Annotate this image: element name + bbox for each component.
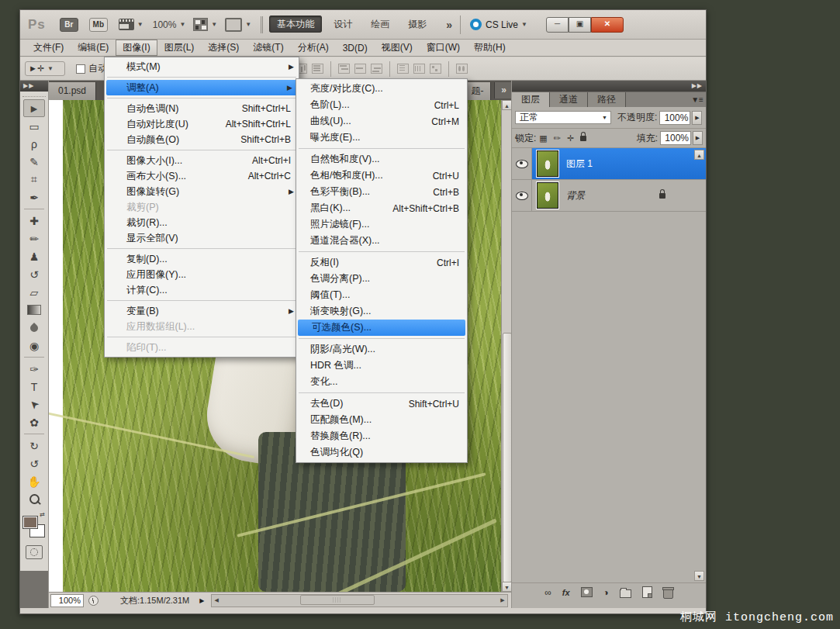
menu-item[interactable]: 色相/饱和度(H)...Ctrl+U [296,168,467,184]
layer-main[interactable]: 背景 [532,180,706,211]
panel-menu-icon[interactable]: ▼≡ [689,92,706,107]
history-brush-tool[interactable]: ↺ [23,265,45,283]
zoom-tool[interactable] [23,490,45,508]
switch-colors-icon[interactable]: ⇄ [40,511,45,518]
menu-item[interactable]: 色彩平衡(B)...Ctrl+B [296,184,467,200]
collapse-tools-dock-button[interactable]: ▶▶ [20,81,48,92]
menu-item[interactable]: HDR 色调... [296,358,467,374]
layer-main[interactable]: 图层 1 [532,148,706,179]
chevron-down-icon[interactable]: ▼ [245,21,251,28]
launch-mini-bridge-button[interactable]: Mb [89,18,108,32]
menu-item[interactable]: 通道混合器(X)... [296,233,467,249]
layer-visibility-toggle[interactable] [512,148,532,179]
menubar-item[interactable]: 视图(V) [375,40,420,56]
opacity-slider-button[interactable]: ▶ [692,111,702,125]
lock-transparency-icon[interactable]: ▦ [539,133,547,143]
dodge-tool[interactable]: ◉ [23,337,45,354]
menubar-item[interactable]: 分析(A) [291,40,336,56]
menubar-item[interactable]: 选择(S) [201,40,246,56]
panel-grip[interactable] [22,92,46,97]
auto-select-checkbox[interactable] [76,64,85,74]
zoom-level-control[interactable]: 100% [153,19,177,30]
minimize-button[interactable]: ─ [546,17,569,33]
hand-tool[interactable]: ✋ [23,472,45,490]
quick-mask-button[interactable] [26,545,43,559]
layer-visibility-toggle[interactable] [512,180,532,211]
menu-item[interactable]: 图像旋转(G)▶ [105,184,299,199]
align-top-edges-icon[interactable] [338,64,350,74]
move-tool[interactable]: ► [23,99,45,117]
scroll-right-icon[interactable]: ▶ [498,595,507,605]
menu-item[interactable]: 阴影/高光(W)... [296,341,467,358]
menu-item[interactable]: 照片滤镜(F)... [296,216,467,233]
blur-tool[interactable] [23,319,45,337]
tab-overflow-button[interactable]: » [494,82,513,98]
menu-item[interactable]: 渐变映射(G)... [296,303,467,320]
3d-orbit-tool[interactable]: ↺ [23,454,45,472]
distribute-vertical-icon[interactable] [397,64,409,74]
document-tab[interactable]: 01.psd [49,82,96,100]
menubar-item[interactable]: 图层(L) [157,40,202,56]
eyedropper-tool[interactable]: ✒ [23,188,45,206]
workspace-button[interactable]: 基本功能 [269,16,322,33]
healing-brush-tool[interactable]: ✚ [23,212,45,230]
document-tab-partial[interactable]: 题- [465,82,491,100]
opacity-field[interactable]: 100% [659,111,690,125]
menu-item[interactable]: 自动对比度(U)Alt+Shift+Ctrl+L [105,116,299,132]
workspace-button[interactable]: 设计 [327,16,359,32]
status-zoom-field[interactable]: 100% [50,594,84,607]
menu-item[interactable]: 变量(B)▶ [105,303,299,319]
scroll-down-icon[interactable]: ▼ [502,582,511,592]
menu-item[interactable]: 图像大小(I)...Alt+Ctrl+I [105,153,299,168]
new-adjustment-layer-button[interactable]: ◑ [603,587,609,598]
foreground-color-swatch[interactable] [22,516,38,529]
panel-tab-inactive[interactable]: 路径 [588,92,626,107]
layer-thumbnail[interactable] [537,150,558,177]
menubar-item[interactable]: 滤镜(T) [246,40,290,56]
menu-item[interactable]: 复制(D)... [105,251,299,267]
new-layer-button[interactable] [642,586,652,598]
panel-tab-active[interactable]: 图层 [512,92,550,107]
path-selection-tool[interactable]: ➤ [23,396,45,413]
delete-layer-button[interactable] [663,586,673,599]
add-layer-mask-button[interactable] [581,587,593,597]
menubar-item[interactable]: 文件(F) [26,40,71,56]
launch-bridge-button[interactable]: Br [60,18,78,32]
menu-item[interactable]: 显示全部(V) [105,230,299,246]
new-group-button[interactable] [620,587,631,598]
menubar-item[interactable]: 3D(D) [336,41,375,55]
vertical-scrollbar[interactable]: ▲ ▼ [501,100,511,592]
lock-position-icon[interactable]: ✛ [567,133,574,143]
menubar-item[interactable]: 编辑(E) [71,40,116,56]
align-all-edges-icon[interactable] [312,64,323,74]
menu-item[interactable]: 变化... [296,374,467,390]
menu-item[interactable]: 色调分离(P)... [296,271,467,287]
chevron-down-icon[interactable]: ▼ [211,21,217,28]
scroll-up-icon[interactable]: ▲ [502,100,511,110]
menu-item[interactable]: 曝光度(E)... [296,130,467,146]
layer-row[interactable]: 背景 [512,180,706,212]
chevron-down-icon[interactable]: ▼ [179,21,185,28]
horizontal-scrollbar[interactable]: ◀ ▶ [211,594,508,607]
restore-button[interactable]: ▣ [569,17,591,33]
menu-item[interactable]: 曲线(U)...Ctrl+M [296,113,467,130]
menu-item[interactable]: 阈值(T)... [296,287,467,303]
align-bottom-edges-icon[interactable] [371,64,382,74]
rectangular-marquee-tool[interactable]: ▭ [23,117,45,135]
lasso-tool[interactable]: ρ [23,135,45,153]
menu-item[interactable]: 自动颜色(O)Shift+Ctrl+B [105,132,299,147]
scroll-left-icon[interactable]: ◀ [212,595,221,605]
fill-field[interactable]: 100% [660,131,691,145]
menu-item[interactable]: 黑白(K)...Alt+Shift+Ctrl+B [296,200,467,216]
scroll-down-icon[interactable]: ▼ [694,571,704,581]
cs-live-button[interactable]: CS Live ▼ [460,16,535,34]
vertical-scroll-thumb[interactable] [503,333,511,582]
workspace-overflow-button[interactable]: » [446,19,452,31]
workspace-button[interactable]: 摄影 [401,16,434,32]
fill-slider-button[interactable]: ▶ [693,131,703,145]
panel-tab-inactive[interactable]: 通道 [550,92,588,107]
pen-tool[interactable]: ✑ [23,360,45,378]
blend-mode-select[interactable]: 正常 ▼ [515,111,611,124]
layer-style-button[interactable]: fx [562,588,570,597]
scroll-up-icon[interactable]: ▲ [694,150,704,160]
